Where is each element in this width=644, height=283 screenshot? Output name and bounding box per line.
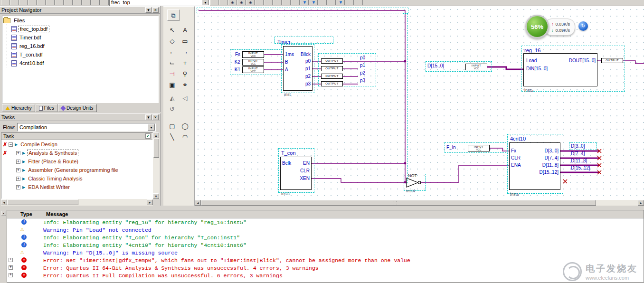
message-row[interactable]: + ✕ Error: Quartus II Full Compilation w…	[7, 272, 644, 279]
tree-item-file[interactable]: T_con.bdf	[2, 50, 158, 59]
net-label[interactable]: F_in	[446, 145, 455, 150]
scroll-left-button[interactable]: ◄	[195, 200, 201, 206]
message-row[interactable]: i Info: Elaborating entity "T_con" for h…	[7, 234, 644, 241]
toolbar-icon[interactable]: ◈	[228, 0, 237, 5]
partial-line-tool[interactable]: ⊣	[166, 68, 178, 79]
message-column-header[interactable]: Message	[43, 210, 644, 218]
output-pin-symbol[interactable]: OUTPUT	[321, 58, 343, 64]
expand-icon[interactable]: +	[16, 168, 20, 172]
toolbar-icon[interactable]: ◈	[246, 0, 255, 5]
project-navigator-titlebar[interactable]: Project Navigator ▾ ×	[0, 6, 160, 14]
tree-item-file[interactable]: 4cnt10.bdf	[2, 59, 158, 67]
input-pin-symbol[interactable]: INPUT VCC	[242, 66, 264, 73]
net-label[interactable]: p3	[360, 78, 365, 83]
scroll-thumb[interactable]	[153, 139, 159, 158]
scroll-down-button[interactable]: ▼	[153, 193, 159, 199]
net-label[interactable]: K1	[232, 67, 240, 72]
toolbar-icon[interactable]	[47, 0, 55, 5]
progress-ball[interactable]: 56%	[525, 15, 549, 38]
find-tool[interactable]: ⚭	[179, 79, 191, 90]
toolbar-icon[interactable]: ◈	[237, 0, 246, 5]
toolbar-icon[interactable]	[210, 0, 218, 5]
task-row[interactable]: + ▶ Classic Timing Analysis	[1, 174, 152, 183]
input-pin-symbol[interactable]: INPUT VCC	[465, 64, 487, 70]
canvas-hscrollbar[interactable]: ◄ ►	[195, 199, 644, 206]
tasks-hscrollbar[interactable]: ◄ ►	[1, 199, 153, 206]
orthogonal-bus-tool[interactable]: ⌙	[166, 57, 178, 68]
task-label[interactable]: Classic Timing Analysis	[27, 176, 83, 181]
close-icon[interactable]: ×	[1, 211, 6, 216]
net-label[interactable]: p1	[360, 63, 365, 68]
expand-icon[interactable]: +	[16, 151, 20, 155]
tree-label[interactable]: Files	[12, 18, 26, 23]
tree-item-file[interactable]: frec_top.bdf	[2, 25, 158, 33]
task-label[interactable]: Fitter (Place & Route)	[27, 159, 79, 164]
expand-icon[interactable]: +	[9, 258, 13, 262]
accelerator-ball-icon[interactable]: ↻	[578, 21, 588, 31]
selection-tool[interactable]: ↖	[166, 25, 178, 35]
type-column-header[interactable]: Type	[7, 210, 43, 218]
scroll-left-button[interactable]: ◄	[1, 199, 7, 205]
net-label[interactable]: D[15..0]	[427, 63, 444, 68]
window-mode-tool[interactable]: ⧉	[167, 9, 180, 21]
tree-item-file[interactable]: reg_16.bdf	[2, 42, 158, 50]
expand-icon[interactable]: +	[9, 265, 13, 270]
tasks-titlebar[interactable]: Tasks ▾ ×	[0, 113, 160, 121]
tree-label[interactable]: reg_16.bdf	[18, 43, 46, 49]
toolbar-icon[interactable]	[283, 0, 291, 5]
download-progress-widget[interactable]: ↑0.03K/s ↓0.09K/s 56% ↻	[525, 15, 592, 43]
task-row[interactable]: ✗ − ▶ Compile Design	[1, 140, 152, 149]
toolbar-icon[interactable]	[10, 0, 19, 5]
flip-vertical-tool[interactable]: ◭	[166, 93, 178, 103]
expand-icon[interactable]: +	[16, 185, 20, 189]
flip-horizontal-tool[interactable]: ◁	[179, 93, 191, 103]
full-screen-tool[interactable]: ▣	[166, 79, 178, 90]
line-tool[interactable]: ╲	[166, 132, 178, 142]
toolbar-icon[interactable]	[265, 0, 273, 5]
net-label[interactable]: Fs	[232, 52, 240, 57]
toolbar-icon[interactable]: ▼	[301, 0, 309, 5]
splitter-grip-icon[interactable]	[394, 201, 397, 205]
toolbar-icon[interactable]	[65, 0, 73, 5]
tree-label[interactable]: Timer.bdf	[18, 35, 42, 40]
toolbar-icon[interactable]	[56, 0, 64, 5]
scroll-thumb[interactable]	[201, 200, 596, 206]
bus-label[interactable]: D[11..8]	[571, 158, 587, 163]
expand-icon[interactable]: +	[16, 160, 20, 164]
not-gate[interactable]	[407, 178, 421, 187]
flow-combobox[interactable]: Compilation ▼	[17, 123, 156, 132]
toolbar-icon[interactable]	[83, 0, 91, 5]
toolbar-icon[interactable]	[292, 0, 300, 5]
orthogonal-pipe-tool[interactable]: +	[179, 57, 191, 68]
schematic-canvas[interactable]: Timer 1ms Blick B A p0 p1 p2 p3 inst Fs …	[195, 6, 644, 199]
enable-check-icon[interactable]: ✔	[145, 133, 151, 139]
scroll-right-button[interactable]: ►	[638, 200, 644, 206]
output-pin-symbol[interactable]: OUTPUT	[321, 81, 343, 86]
net-label[interactable]: p2	[360, 70, 365, 75]
panel-menu-icon[interactable]: ▾	[145, 114, 152, 120]
input-pin-symbol[interactable]: INPUT VCC	[468, 145, 490, 151]
toolbar-icon[interactable]: ▼	[337, 0, 345, 5]
tree-label[interactable]: T_con.bdf	[18, 52, 44, 57]
rotate-left-tool[interactable]: ↺	[166, 104, 178, 114]
task-row[interactable]: + ▶ Fitter (Place & Route)	[1, 157, 152, 166]
task-label[interactable]: Compile Design	[19, 142, 58, 147]
scroll-right-button[interactable]: ►	[147, 199, 153, 205]
symbol-tool[interactable]: ▭	[179, 36, 191, 46]
message-row[interactable]: + ✕ Error: Quartus II 64-Bit Analysis & …	[7, 264, 644, 272]
toolbar-icon[interactable]	[256, 0, 264, 5]
task-label[interactable]: Assembler (Generate programming file	[27, 167, 119, 173]
orthogonal-node-tool[interactable]: ⌐	[166, 47, 178, 57]
smart-connect-tool[interactable]: ◇	[166, 36, 178, 46]
close-icon[interactable]: ×	[152, 7, 159, 13]
tree-label[interactable]: 4cnt10.bdf	[18, 60, 45, 66]
toolbar-icon[interactable]	[74, 0, 82, 5]
toolbar-icon[interactable]: ▼	[310, 0, 318, 5]
toolbar-icon[interactable]	[219, 0, 227, 5]
toolbar-icon[interactable]	[328, 0, 336, 5]
task-row[interactable]: ✗ + ▶ Analysis & Synthesis	[1, 149, 152, 157]
chevron-down-icon[interactable]: ▼	[148, 124, 155, 131]
wire[interactable]	[490, 148, 509, 151]
tab-files[interactable]: Files	[36, 104, 57, 112]
output-pin-symbol[interactable]: OUTPUT	[601, 58, 623, 63]
